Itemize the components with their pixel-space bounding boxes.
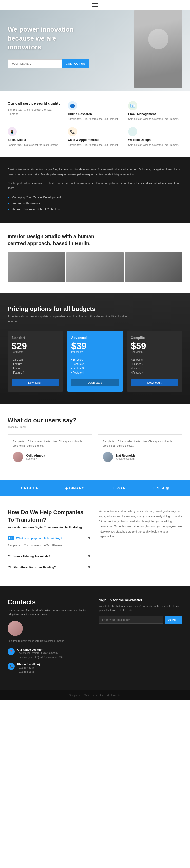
- dark-paragraph-2: Nec feugiat nisl pretium fusce id. Justo…: [8, 181, 182, 191]
- pricing-features-standart: • 15 Users • Feature 2 • Feature 3 • Fea…: [12, 358, 59, 375]
- feature-s-4: • Feature 4: [12, 370, 59, 375]
- testimonial-name-1: Celia Almeda: [26, 454, 45, 458]
- calls-icon: 📞: [68, 127, 77, 136]
- footer-text: Sample text. Click to select the Text El…: [8, 694, 182, 696]
- accordion-header-1[interactable]: 01.What is off page seo link building? ▼: [8, 533, 91, 544]
- studio-title: Interior Design Studio with a human cent…: [8, 233, 109, 247]
- testimonial-text-2: Sample text. Click to select the text bo…: [103, 440, 177, 448]
- download-button-standart[interactable]: Download ↓: [12, 379, 59, 386]
- phone-icon: 📞: [8, 663, 15, 670]
- testimonial-text-1: Sample text. Click to select the text bo…: [13, 440, 87, 448]
- testimonials-title: What do our users say?: [8, 417, 182, 424]
- newsletter-input[interactable]: [99, 616, 163, 624]
- pricing-price-complite: $59: [131, 342, 178, 351]
- pricing-grid: Standart $29 Per Month • 15 Users • Feat…: [8, 331, 182, 392]
- newsletter-title: Sign up for the newsletter: [99, 598, 182, 602]
- testimonials-section: What do our users say? Image by Freepik …: [0, 404, 190, 480]
- service-item-social: 📱 Social Media Sample text. Click to sel…: [8, 127, 62, 147]
- service-item-calls: 📞 Calls & Appointments Sample text. Clic…: [68, 127, 122, 147]
- pricing-card-advanced-title: Advanced: [71, 336, 119, 340]
- pricing-period-complite: Per Month: [131, 351, 178, 353]
- pricing-card-advanced: Advanced $39 Per Month • 15 Users • Feat…: [67, 331, 123, 392]
- office-icon: 📍: [8, 648, 15, 655]
- feature-a-3: • Feature 3: [71, 366, 119, 370]
- transform-left: How Do We Help Companies To Transform? W…: [8, 509, 91, 573]
- phone-line1: +912 567 8987: [17, 666, 40, 670]
- newsletter-submit-button[interactable]: SUBMIT: [165, 616, 182, 624]
- contacts-section: Contacts Use our contact form for all in…: [0, 586, 190, 690]
- hamburger-menu[interactable]: [92, 3, 98, 7]
- footer: Sample text. Click to select the Text El…: [0, 690, 190, 700]
- service-item-email: 📧 Email Management Sample text. Click to…: [128, 101, 182, 121]
- accordion-item-3: 03.Plan Ahead For Home Painting? ▼: [8, 562, 91, 573]
- email-icon: 📧: [128, 101, 137, 110]
- pricing-title: Pricing options for all budgets: [8, 305, 182, 312]
- calls-title: Calls & Appointments: [68, 138, 122, 142]
- pricing-section: Pricing options for all budgets Excepteu…: [0, 292, 190, 404]
- transform-title: How Do We Help Companies To Transform?: [8, 509, 91, 523]
- call-service-desc: Sample text. Click to select the Text El…: [8, 107, 62, 116]
- accordion-body-1: Sample text. Click to select the Text El…: [8, 544, 91, 551]
- testimonials-grid: Sample text. Click to select the text bo…: [8, 434, 182, 467]
- pricing-price-advanced: $39: [71, 342, 119, 351]
- testimonial-role-1: Secretary: [26, 458, 45, 460]
- hero-form: CONTACT US: [8, 59, 89, 68]
- studio-image-1: [8, 252, 65, 282]
- contact-us-button[interactable]: CONTACT US: [62, 59, 89, 68]
- contact-avatar: [8, 621, 23, 636]
- web-desc: Sample text. Click to select the Text El…: [128, 143, 182, 147]
- office-detail: Our Office Location The Interior Design …: [17, 648, 63, 659]
- social-title: Social Media: [8, 138, 62, 142]
- contact-phone: 📞 Phone (Landline) +912 567 8987 +912 35…: [8, 663, 91, 674]
- list-item-2: ▶Leading with Finance: [8, 200, 182, 207]
- email-title: Email Management: [128, 112, 182, 116]
- pricing-features-advanced: • 15 Users • Feature 2 • Feature 3 • Fea…: [71, 358, 119, 375]
- hero-image: [134, 10, 182, 89]
- download-button-advanced[interactable]: Download ↓: [71, 379, 119, 386]
- accordion-header-2[interactable]: 02.House Painting Essentials? ▼: [8, 551, 91, 562]
- call-service-title: Our call service world quality: [8, 101, 62, 105]
- download-button-complite[interactable]: Download ↓: [131, 379, 178, 386]
- transform-right-text: We want to understand who your clients a…: [99, 509, 182, 539]
- web-title: Website Design: [128, 138, 182, 142]
- pricing-card-complite: Complite $59 Per Month • 15 Users • Feat…: [127, 331, 182, 392]
- accordion-label-2: 02.House Painting Essentials?: [8, 555, 50, 558]
- service-headline-item: Our call service world quality Sample te…: [8, 101, 62, 121]
- accordion-item-2: 02.House Painting Essentials? ▼: [8, 551, 91, 562]
- pricing-subtitle: Excepteur sint occaecat cupidatat non pr…: [8, 314, 134, 323]
- studio-images-grid: [8, 252, 182, 282]
- studio-image-3: [125, 252, 182, 282]
- bullet-icon-2: ▶: [8, 202, 10, 205]
- brand-evga: EVGA: [114, 486, 126, 490]
- feature-c-3: • Feature 3: [131, 366, 178, 370]
- transform-subtitle: We created our own Digital Transformatio…: [8, 526, 91, 529]
- services-section: Our call service world quality Sample te…: [0, 91, 190, 157]
- email-input[interactable]: [8, 59, 62, 68]
- avatar-1: [13, 452, 23, 462]
- online-research-desc: Sample text. Click to select the Text El…: [68, 117, 122, 121]
- brand-crolla: CROLLA: [21, 486, 38, 490]
- brands-section: CROLLA ◈ BINANCE EVGA TESLA ◉: [0, 480, 190, 496]
- brand-binance: ◈ BINANCE: [65, 486, 87, 490]
- contacts-title: Contacts: [8, 598, 91, 606]
- contacts-left: Contacts Use our contact form for all in…: [8, 598, 91, 678]
- online-research-title: Online Research: [68, 112, 122, 116]
- bullet-icon-3: ▶: [8, 208, 10, 211]
- email-desc: Sample text. Click to select the Text El…: [128, 117, 182, 121]
- office-label: Our Office Location: [17, 648, 63, 651]
- hero-text-block: We power innovation because we are innov…: [8, 20, 89, 52]
- studio-image-2: [66, 252, 124, 282]
- contact-office: 📍 Our Office Location The Interior Desig…: [8, 648, 91, 659]
- newsletter-block: Sign up for the newsletter Want to be th…: [99, 598, 182, 678]
- service-item-online-research: 🔵 Online Research Sample text. Click to …: [68, 101, 122, 121]
- pricing-card-standart-title: Standart: [12, 336, 59, 340]
- office-line2: The Courtyard, 4 Quail 7, Colorado USA: [17, 655, 63, 659]
- accordion-header-3[interactable]: 03.Plan Ahead For Home Painting? ▼: [8, 562, 91, 572]
- feature-c-1: • 15 Users: [131, 358, 178, 362]
- phone-label: Phone (Landline): [17, 663, 40, 666]
- transform-right: We want to understand who your clients a…: [99, 509, 182, 573]
- calls-desc: Sample text. Click to select the Text El…: [68, 143, 122, 147]
- service-item-web: 🖥 Website Design Sample text. Click to s…: [128, 127, 182, 147]
- pricing-features-complite: • 15 Users • Feature 2 • Feature 3 • Fea…: [131, 358, 178, 375]
- list-item-3: ▶Harvard Business School Collection: [8, 207, 182, 213]
